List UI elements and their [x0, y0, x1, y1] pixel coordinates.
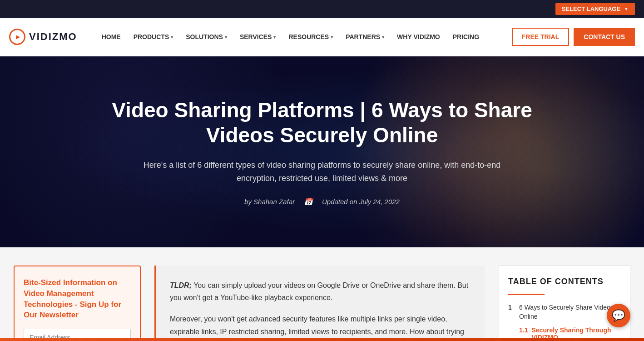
contact-us-button[interactable]: CONTACT US — [574, 28, 635, 46]
nav-item-why-vidizmo[interactable]: WHY VIDIZMO — [391, 18, 446, 56]
chevron-resources-icon: ▾ — [331, 35, 333, 40]
nav-item-services[interactable]: SERVICES ▾ — [233, 18, 282, 56]
article-para2: Moreover, you won't get advanced securit… — [170, 313, 471, 341]
bottom-accent-bar — [0, 338, 644, 341]
chevron-down-icon: ▼ — [624, 6, 629, 11]
logo-icon — [9, 29, 25, 45]
free-trial-button[interactable]: FREE TRIAL — [512, 28, 569, 46]
nav-item-home[interactable]: HOME — [95, 18, 127, 56]
nav-label-why-vidizmo: WHY VIDIZMO — [397, 33, 440, 40]
hero-author: by Shahan Zafar — [244, 198, 295, 206]
tldr-box: TLDR; You can simply upload your videos … — [170, 279, 471, 341]
tldr-paragraph: TLDR; You can simply upload your videos … — [170, 279, 471, 304]
nav-item-products[interactable]: PRODUCTS ▾ — [127, 18, 180, 56]
nav-label-services: SERVICES — [240, 33, 272, 40]
tldr-label: TLDR; — [170, 281, 192, 289]
top-bar: SELECT LANGUAGE ▼ — [0, 0, 644, 18]
toc-label-1[interactable]: 6 Ways to Securely Share Videos Online — [519, 303, 621, 321]
nav-item-pricing[interactable]: PRICING — [446, 18, 485, 56]
calendar-icon: 📅 — [304, 197, 313, 206]
tldr-italic: TLDR; — [170, 281, 192, 289]
toc-box: TABLE OF CONTENTS 1 6 Ways to Securely S… — [499, 266, 630, 341]
article-main: TLDR; You can simply upload your videos … — [154, 266, 485, 341]
lang-button-label: SELECT LANGUAGE — [562, 5, 620, 12]
hero-title: Video Sharing Platforms | 6 Ways to Shar… — [91, 98, 553, 148]
newsletter-title: Bite-Sized Information on Video Manageme… — [24, 277, 131, 321]
toc-divider — [508, 294, 545, 295]
chevron-products-icon: ▾ — [171, 35, 173, 40]
toc-title: TABLE OF CONTENTS — [508, 277, 621, 286]
hero-meta: by Shahan Zafar 📅 Updated on July 24, 20… — [244, 197, 400, 206]
nav-links: HOME PRODUCTS ▾ SOLUTIONS ▾ SERVICES ▾ R… — [95, 18, 512, 56]
language-select-button[interactable]: SELECT LANGUAGE ▼ — [555, 3, 635, 15]
nav-label-resources: RESOURCES — [288, 33, 329, 40]
logo-link[interactable]: VIDIZMO — [9, 29, 77, 45]
nav-item-partners[interactable]: PARTNERS ▾ — [339, 18, 391, 56]
nav-label-partners: PARTNERS — [346, 33, 380, 40]
hero-section: Video Sharing Platforms | 6 Ways to Shar… — [0, 56, 644, 247]
toc-item-1: 1 6 Ways to Securely Share Videos Online — [508, 303, 621, 321]
chat-icon: 💬 — [612, 309, 625, 322]
newsletter-box: Bite-Sized Information on Video Manageme… — [14, 266, 141, 341]
main-content: Bite-Sized Information on Video Manageme… — [0, 247, 644, 341]
hero-updated-date: Updated on July 24, 2022 — [322, 198, 400, 206]
nav-item-resources[interactable]: RESOURCES ▾ — [282, 18, 339, 56]
hero-background — [0, 56, 644, 247]
sidebar-right: TABLE OF CONTENTS 1 6 Ways to Securely S… — [499, 266, 630, 341]
chat-button[interactable]: 💬 — [607, 304, 630, 327]
nav-label-solutions: SOLUTIONS — [186, 33, 223, 40]
nav-item-solutions[interactable]: SOLUTIONS ▾ — [179, 18, 233, 56]
nav-label-home: HOME — [102, 33, 121, 40]
navbar: VIDIZMO HOME PRODUCTS ▾ SOLUTIONS ▾ SERV… — [0, 18, 644, 56]
nav-label-products: PRODUCTS — [134, 33, 169, 40]
para2-text: Moreover, you won't get advanced securit… — [170, 315, 464, 335]
hero-subtitle: Here's a list of 6 different types of vi… — [140, 159, 504, 185]
chevron-services-icon: ▾ — [273, 35, 276, 40]
chevron-solutions-icon: ▾ — [225, 35, 227, 40]
chevron-partners-icon: ▾ — [382, 35, 384, 40]
tldr-text: You can simply upload your videos on Goo… — [170, 281, 468, 301]
nav-actions: FREE TRIAL CONTACT US — [512, 28, 635, 46]
toc-num-1: 1 — [508, 303, 515, 312]
nav-label-pricing: PRICING — [453, 33, 479, 40]
sidebar-left: Bite-Sized Information on Video Manageme… — [14, 266, 141, 341]
logo-text: VIDIZMO — [29, 31, 77, 43]
